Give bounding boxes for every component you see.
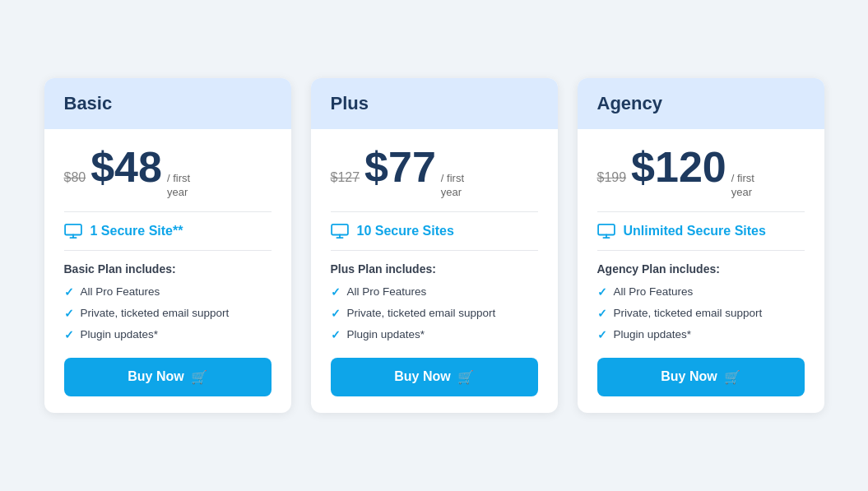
feature-list: ✓ All Pro Features ✓ Private, ticketed e…	[597, 285, 805, 341]
check-icon: ✓	[331, 307, 341, 320]
sites-row: 1 Secure Site**	[64, 224, 272, 239]
sites-divider	[64, 250, 272, 251]
price-row: $199 $120 / firstyear	[597, 146, 805, 200]
card-body: $127 $77 / firstyear 10 Secure Sites Plu…	[311, 129, 558, 413]
feature-item: ✓ Plugin updates*	[597, 328, 805, 341]
price-divider	[331, 211, 538, 212]
sites-row: 10 Secure Sites	[331, 224, 538, 239]
check-icon: ✓	[64, 328, 74, 341]
feature-item: ✓ Private, ticketed email support	[331, 307, 538, 320]
pricing-card-basic: Basic $80 $48 / first year 1 Secure Site…	[44, 78, 291, 413]
plan-title: Plus	[331, 93, 369, 113]
buy-now-button[interactable]: Buy Now 🛒	[331, 358, 538, 396]
feature-item: ✓ All Pro Features	[597, 285, 805, 299]
feature-item: ✓ Plugin updates*	[331, 328, 538, 341]
pricing-card-plus: Plus $127 $77 / firstyear 10 Secure Site…	[311, 78, 558, 413]
feature-item: ✓ Plugin updates*	[64, 328, 272, 341]
card-header: Plus	[311, 78, 558, 129]
buy-button-label: Buy Now	[661, 369, 717, 384]
cart-icon: 🛒	[457, 369, 474, 385]
monitor-icon	[597, 224, 615, 239]
current-price: $120	[631, 146, 726, 188]
check-icon: ✓	[64, 285, 74, 299]
price-divider	[597, 211, 805, 212]
buy-button-label: Buy Now	[128, 369, 183, 384]
feature-text: All Pro Features	[614, 285, 694, 298]
buy-now-button[interactable]: Buy Now 🛒	[597, 358, 805, 396]
check-icon: ✓	[597, 328, 607, 341]
plan-title: Basic	[64, 93, 113, 113]
check-icon: ✓	[597, 307, 607, 320]
check-icon: ✓	[597, 285, 607, 299]
feature-list: ✓ All Pro Features ✓ Private, ticketed e…	[331, 285, 538, 341]
price-divider	[64, 211, 272, 212]
feature-item: ✓ All Pro Features	[64, 285, 272, 299]
svg-rect-0	[65, 225, 81, 235]
price-period: / firstyear	[441, 172, 464, 200]
feature-item: ✓ Private, ticketed email support	[597, 307, 805, 320]
feature-text: Plugin updates*	[347, 328, 425, 340]
plan-includes-title: Basic Plan includes:	[64, 262, 272, 276]
feature-text: Plugin updates*	[614, 328, 692, 340]
feature-list: ✓ All Pro Features ✓ Private, ticketed e…	[64, 285, 272, 341]
current-price: $48	[91, 146, 162, 188]
card-body: $80 $48 / first year 1 Secure Site** Bas…	[44, 129, 291, 413]
feature-item: ✓ Private, ticketed email support	[64, 307, 272, 320]
feature-text: All Pro Features	[347, 285, 427, 298]
cart-icon: 🛒	[191, 369, 207, 385]
check-icon: ✓	[331, 285, 341, 299]
monitor-icon	[331, 224, 349, 239]
buy-now-button[interactable]: Buy Now 🛒	[64, 358, 272, 396]
price-row: $80 $48 / first year	[64, 146, 272, 200]
price-row: $127 $77 / firstyear	[331, 146, 538, 200]
cart-icon: 🛒	[724, 369, 740, 385]
card-header: Agency	[578, 78, 824, 129]
original-price: $199	[597, 170, 627, 185]
plan-includes-title: Agency Plan includes:	[597, 262, 805, 276]
plan-includes-title: Plus Plan includes:	[331, 262, 538, 276]
feature-text: Private, ticketed email support	[347, 307, 496, 319]
pricing-container: Basic $80 $48 / first year 1 Secure Site…	[20, 53, 849, 438]
sites-divider	[597, 250, 805, 251]
buy-button-label: Buy Now	[394, 369, 450, 384]
current-price: $77	[364, 146, 436, 188]
original-price: $127	[331, 170, 360, 185]
check-icon: ✓	[64, 307, 74, 320]
feature-text: Plugin updates*	[81, 328, 159, 340]
feature-item: ✓ All Pro Features	[331, 285, 538, 299]
sites-label: 1 Secure Site**	[91, 224, 183, 239]
plan-title: Agency	[597, 93, 662, 113]
card-body: $199 $120 / firstyear Unlimited Secure S…	[578, 129, 824, 413]
card-header: Basic	[44, 78, 291, 129]
svg-rect-6	[598, 225, 615, 235]
monitor-icon	[64, 224, 82, 239]
svg-rect-3	[332, 225, 348, 235]
price-period: / first year	[167, 172, 208, 200]
pricing-card-agency: Agency $199 $120 / firstyear Unlimited S…	[578, 78, 824, 413]
sites-divider	[331, 250, 538, 251]
sites-label: Unlimited Secure Sites	[624, 224, 766, 239]
price-period: / firstyear	[731, 172, 754, 200]
feature-text: Private, ticketed email support	[614, 307, 763, 319]
sites-row: Unlimited Secure Sites	[597, 224, 805, 239]
original-price: $80	[64, 170, 86, 185]
check-icon: ✓	[331, 328, 341, 341]
feature-text: Private, ticketed email support	[81, 307, 230, 319]
feature-text: All Pro Features	[81, 285, 160, 298]
sites-label: 10 Secure Sites	[357, 224, 454, 239]
